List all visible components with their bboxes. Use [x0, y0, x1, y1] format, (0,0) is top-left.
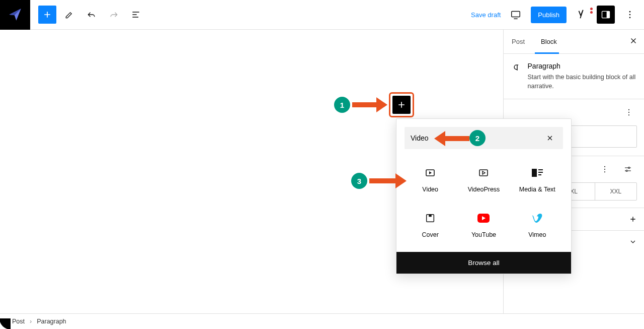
document-overview-button[interactable] — [127, 6, 145, 24]
close-icon — [629, 36, 638, 45]
chevron-right-icon: › — [30, 318, 32, 325]
toolbar-left — [30, 6, 145, 24]
save-draft-link[interactable]: Save draft — [471, 11, 501, 19]
block-item-videopress[interactable]: VideoPress — [457, 157, 510, 203]
close-icon — [546, 134, 554, 142]
typography-settings-button[interactable] — [619, 160, 637, 178]
tab-underline — [535, 52, 559, 54]
clear-search-button[interactable] — [543, 131, 557, 145]
toolbar-right: Save draft Publish — [471, 6, 644, 24]
sidebar-icon — [601, 10, 611, 20]
svg-point-3 — [629, 11, 631, 13]
publish-button[interactable]: Publish — [531, 7, 567, 23]
videopress-icon — [477, 167, 490, 179]
block-item-label: Vimeo — [528, 231, 546, 238]
block-item-media-text[interactable]: Media & Text — [511, 157, 564, 203]
tab-block[interactable]: Block — [533, 30, 565, 54]
vimeo-icon — [531, 212, 543, 224]
block-item-video[interactable]: Video — [404, 157, 457, 203]
kebab-icon — [600, 165, 609, 174]
block-item-label: Cover — [422, 231, 438, 238]
svg-rect-17 — [538, 169, 543, 170]
pencil-icon — [64, 10, 74, 20]
list-view-icon — [131, 10, 141, 20]
block-item-label: YouTube — [471, 231, 496, 238]
typography-options-button[interactable] — [596, 160, 614, 178]
plus-icon — [42, 10, 52, 20]
plus-icon — [396, 100, 407, 110]
svg-rect-19 — [538, 174, 541, 175]
undo-button[interactable] — [83, 6, 101, 24]
paper-plane-icon — [8, 8, 22, 22]
svg-rect-15 — [479, 170, 488, 176]
redo-button[interactable] — [105, 6, 123, 24]
svg-point-6 — [628, 109, 629, 110]
close-sidebar-button[interactable] — [629, 36, 644, 47]
tab-post[interactable]: Post — [504, 30, 533, 54]
sidebar-tabs: Post Block — [504, 30, 644, 54]
plus-icon — [629, 215, 637, 223]
yoast-seo-button[interactable] — [573, 6, 591, 24]
block-search — [405, 127, 563, 149]
svg-rect-0 — [512, 12, 520, 17]
svg-point-13 — [626, 170, 627, 172]
breadcrumb-root[interactable]: Post — [12, 318, 25, 325]
redo-icon — [109, 10, 119, 20]
editor-main: Post Block Paragraph Start with the basi… — [0, 30, 644, 313]
svg-rect-16 — [532, 169, 537, 177]
svg-point-9 — [604, 166, 605, 167]
size-xxl[interactable]: XXL — [595, 183, 636, 200]
youtube-icon — [477, 212, 490, 224]
block-item-youtube[interactable]: YouTube — [457, 203, 510, 248]
svg-point-7 — [628, 112, 629, 113]
block-results-grid: Video VideoPress Media & Text Cover — [396, 157, 571, 252]
block-item-vimeo[interactable]: Vimeo — [511, 203, 564, 248]
top-toolbar: Save draft Publish — [0, 0, 644, 30]
paragraph-icon — [512, 62, 521, 73]
block-item-label: Media & Text — [519, 186, 555, 193]
browse-all-button[interactable]: Browse all — [396, 252, 571, 274]
breadcrumb-footer: Post › Paragraph — [0, 313, 644, 329]
svg-rect-21 — [429, 215, 432, 217]
svg-point-8 — [628, 114, 629, 115]
svg-point-11 — [604, 171, 605, 172]
svg-point-4 — [629, 14, 631, 16]
svg-rect-18 — [538, 172, 543, 173]
edit-tool-button[interactable] — [60, 6, 78, 24]
media-text-icon — [531, 167, 543, 179]
footer-corner — [0, 318, 11, 329]
breadcrumb-leaf[interactable]: Paragraph — [37, 318, 66, 325]
kebab-icon — [624, 108, 633, 117]
toggle-inserter-button[interactable] — [38, 6, 56, 24]
block-item-label: Video — [422, 186, 438, 193]
svg-point-12 — [628, 167, 630, 169]
yoast-icon — [576, 9, 587, 20]
site-logo[interactable] — [0, 0, 30, 30]
chevron-down-icon — [629, 238, 637, 246]
block-item-cover[interactable]: Cover — [404, 203, 457, 248]
desktop-icon — [510, 9, 521, 20]
cover-icon — [425, 212, 436, 224]
block-item-label: VideoPress — [468, 186, 500, 193]
block-description: Start with the basic building block of a… — [528, 73, 636, 91]
settings-panel-toggle[interactable] — [597, 6, 615, 24]
color-options-button[interactable] — [620, 103, 638, 121]
svg-point-5 — [629, 17, 631, 19]
more-options-button[interactable] — [621, 6, 639, 24]
block-search-input[interactable] — [411, 134, 543, 142]
video-icon — [424, 167, 436, 179]
sliders-icon — [623, 165, 632, 174]
block-title: Paragraph — [528, 62, 636, 70]
preview-button[interactable] — [507, 6, 525, 24]
undo-icon — [87, 10, 97, 20]
svg-point-10 — [604, 169, 605, 170]
kebab-icon — [625, 10, 635, 20]
block-inserter-popover: Video VideoPress Media & Text Cover — [396, 118, 572, 274]
svg-rect-2 — [607, 11, 610, 18]
inline-add-block-button[interactable] — [392, 96, 411, 114]
block-info: Paragraph Start with the basic building … — [504, 54, 644, 99]
